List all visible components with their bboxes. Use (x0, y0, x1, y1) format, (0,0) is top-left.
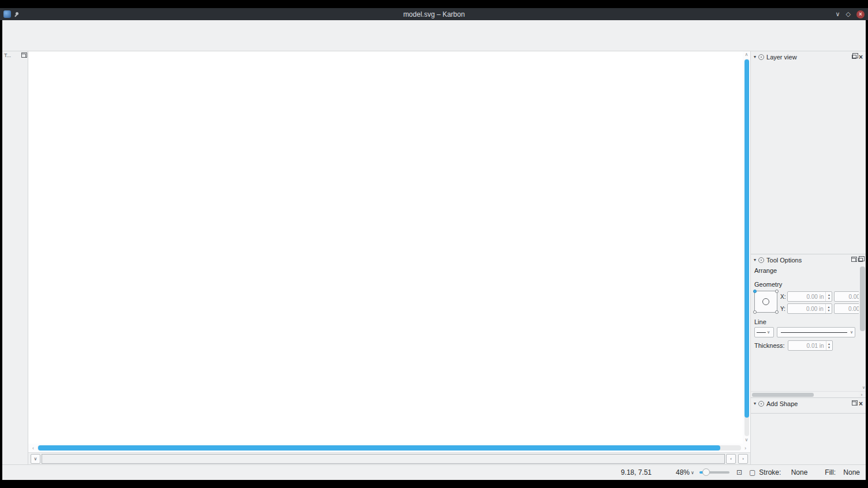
sidebar: ▾ Layer view × ▾ Tool Options (750, 51, 866, 464)
zoom-dropdown-icon[interactable]: ∨ (691, 470, 694, 475)
tool-options-vscrollbar[interactable] (860, 266, 865, 384)
zoom-fit-icon[interactable]: ⊡ (736, 468, 742, 476)
titlebar: model.svg – Karbon ∨ ◇ × (0, 8, 868, 20)
tool-options-docker: ▾ Tool Options Arrange Geometry (751, 254, 866, 398)
fill-label: Fill: (825, 468, 836, 476)
zoom-slider-handle[interactable] (702, 468, 710, 476)
scroll-up-icon[interactable]: ∧ (745, 51, 749, 58)
stroke-value[interactable]: None (781, 468, 807, 476)
scroll-right-icon[interactable]: › (859, 392, 865, 397)
docker-menu-icon[interactable] (758, 54, 764, 60)
collapse-caret-icon[interactable]: ▾ (754, 54, 756, 59)
width-field[interactable]: 0.00 in ▲▼ (834, 291, 859, 302)
position-anchor-widget[interactable] (754, 291, 777, 313)
tool-options-title: Tool Options (766, 257, 849, 264)
canvas[interactable]: ∧ ∨ (28, 51, 750, 444)
vscroll-thumb[interactable] (744, 59, 749, 418)
scroll-right-icon[interactable]: › (742, 445, 749, 451)
x-position-field[interactable]: 0.00 in ▲▼ (787, 291, 832, 302)
tool-grid (2, 59, 28, 60)
x-label: X: (780, 294, 785, 300)
scroll-left-icon[interactable]: ‹ (29, 445, 37, 451)
zoom-level[interactable]: 48% (676, 468, 690, 476)
cursor-coordinates: 9.18, 7.51 (621, 468, 652, 476)
layer-tree (751, 62, 866, 248)
window-title: model.svg – Karbon (0, 10, 868, 18)
color-palette-bar: ∨ ‹ › (28, 452, 750, 464)
canvas-column: ∧ ∨ ‹ › ∨ ‹ › (28, 51, 750, 464)
palette-scroll-right-button[interactable]: › (738, 454, 748, 464)
page-outline-icon[interactable]: ▢ (749, 468, 755, 476)
dock-icon[interactable] (851, 258, 856, 262)
thickness-field[interactable]: 0.01 in ▲▼ (788, 340, 833, 351)
vertical-scrollbar[interactable]: ∧ ∨ (743, 51, 750, 444)
arrange-section-label: Arrange (751, 265, 859, 275)
chevron-down-icon: ∨ (850, 330, 853, 335)
layer-view-title: Layer view (766, 54, 850, 61)
line-preview (781, 332, 847, 333)
close-docker-icon[interactable]: × (859, 400, 863, 407)
geometry-section-label: Geometry (751, 279, 859, 288)
height-field[interactable]: 0.00 in ▲▼ (834, 303, 859, 314)
layer-view-docker: ▾ Layer view × (751, 51, 866, 254)
application-window: T... ∧ ∨ ‹ › (2, 20, 866, 480)
float-icon[interactable] (858, 258, 863, 262)
main-toolbar (2, 33, 866, 51)
close-button[interactable]: × (856, 10, 865, 18)
tools-docker: T... (2, 51, 28, 464)
float-icon[interactable] (852, 55, 856, 59)
menubar (2, 20, 866, 33)
shape-grid (751, 409, 866, 413)
y-position-field[interactable]: 0.00 in ▲▼ (787, 303, 832, 314)
spinner-arrows-icon[interactable]: ▲▼ (825, 304, 832, 313)
hscroll-thumb[interactable] (38, 445, 720, 451)
stroke-label: Stroke: (759, 468, 781, 476)
hscroll-thumb[interactable] (752, 393, 814, 397)
line-style-select[interactable]: ∨ (777, 327, 855, 337)
spinner-arrows-icon[interactable]: ▲▼ (825, 292, 832, 301)
line-section-label: Line (751, 317, 859, 326)
thickness-label: Thickness: (754, 342, 785, 349)
scroll-down-icon[interactable]: ∨ (862, 385, 865, 390)
layer-buttons-row (751, 248, 866, 254)
palette-scroll-left-button[interactable]: ‹ (726, 454, 736, 464)
anchor-bottom-left[interactable] (753, 310, 757, 314)
collapse-caret-icon[interactable]: ▾ (754, 257, 756, 262)
palette-expand-button[interactable]: ∨ (31, 454, 40, 464)
close-docker-icon[interactable]: × (859, 54, 863, 61)
line-preview (757, 332, 766, 333)
statusbar: 9.18, 7.51 48% ∨ ⊡ ▢ Stroke: None Fill: … (2, 464, 866, 480)
anchor-bottom-right[interactable] (775, 310, 779, 314)
anchor-center[interactable] (762, 298, 769, 305)
spinner-arrows-icon[interactable]: ▲▼ (826, 341, 832, 350)
app-icon (3, 10, 11, 18)
fill-value[interactable]: None (836, 468, 860, 476)
maximize-button[interactable]: ◇ (846, 11, 851, 17)
chevron-down-icon: ∨ (767, 330, 770, 335)
scroll-down-icon[interactable]: ∨ (745, 437, 749, 444)
y-label: Y: (780, 306, 785, 312)
dock-icon[interactable] (852, 401, 856, 406)
horizontal-scrollbar[interactable]: ‹ › (28, 444, 750, 452)
line-cap-select[interactable]: ∨ (754, 327, 774, 337)
docker-menu-icon[interactable] (758, 401, 764, 407)
collapse-caret-icon[interactable]: ▾ (754, 401, 756, 406)
desktop: model.svg – Karbon ∨ ◇ × T... (0, 0, 868, 488)
minimize-button[interactable]: ∨ (835, 11, 840, 17)
zoom-slider[interactable] (699, 471, 729, 474)
add-shape-docker: ▾ Add Shape × (751, 398, 866, 414)
tool-options-hscrollbar[interactable]: › (751, 391, 866, 397)
docker-menu-icon[interactable] (758, 257, 764, 263)
pin-icon (14, 12, 20, 17)
palette-swatches (42, 454, 725, 464)
float-docker-icon[interactable] (21, 54, 26, 58)
artwork-lowpoly-fox[interactable] (315, 91, 519, 385)
anchor-top-left[interactable] (753, 290, 757, 293)
add-shape-title: Add Shape (766, 400, 850, 407)
anchor-top-right[interactable] (775, 290, 779, 293)
tools-docker-title: T... (4, 52, 11, 58)
